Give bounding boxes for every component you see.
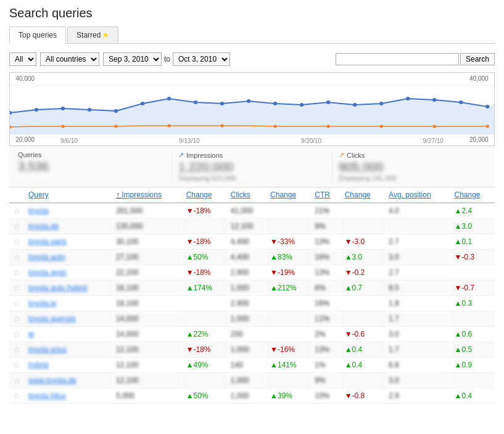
query-link[interactable]: toyota.ie	[28, 299, 56, 308]
controls-bar: All All countries Sep 3, 2010 to Oct 3, …	[9, 49, 495, 70]
query-link[interactable]: hybrid	[28, 361, 49, 369]
svg-point-25	[114, 125, 117, 128]
impressions-trend-icon: ↗	[178, 151, 184, 159]
filter-all-select[interactable]: All	[9, 52, 36, 66]
imp-change-cell	[183, 373, 227, 388]
ctr-change-cell	[341, 373, 385, 388]
impressions-cell: 5,000	[112, 388, 183, 404]
svg-point-19	[406, 97, 410, 100]
col-ctr-change[interactable]: Change	[341, 187, 385, 203]
position-cell: 8.5	[385, 280, 450, 296]
col-clk-change[interactable]: Change	[266, 187, 311, 203]
star-icon[interactable]: ☆	[13, 252, 21, 262]
clk-change-cell: ▲83%	[266, 250, 311, 265]
star-icon[interactable]: ☆	[13, 283, 21, 293]
ctr-change-cell: ▼-3.0	[341, 234, 385, 250]
clicks-cell: 1,000	[227, 342, 266, 358]
clicks-trend-icon: ↗	[339, 151, 344, 159]
star-icon[interactable]: ☆	[13, 391, 21, 401]
page-title: Search queries	[9, 6, 495, 20]
star-icon[interactable]: ☆	[13, 268, 21, 277]
svg-point-10	[167, 97, 171, 100]
ctr-change-cell: ▲0.7	[341, 280, 385, 296]
filter-country-select[interactable]: All countries	[40, 52, 99, 66]
imp-change-cell: ▲174%	[183, 280, 227, 296]
impressions-cell: 27,100	[112, 250, 183, 265]
query-link[interactable]: toyota auto	[28, 253, 65, 261]
position-cell: 2.9	[385, 388, 450, 404]
table-row: ☆www.toyota.de12,1001,0009%3.0	[9, 373, 495, 388]
star-icon[interactable]: ☆	[13, 314, 21, 324]
clk-change-cell	[266, 311, 311, 327]
star-icon[interactable]: ☆	[13, 345, 21, 354]
star-icon[interactable]: ☆	[13, 298, 21, 308]
ctr-change-cell	[341, 296, 385, 311]
star-icon[interactable]: ☆	[13, 360, 21, 370]
date-from-select[interactable]: Sep 3, 2010	[103, 52, 162, 66]
table-row: ☆toyota aygo22,200▼-18%2,900▼-19%13%▼-0.…	[9, 265, 495, 280]
search-button[interactable]: Search	[460, 53, 495, 65]
stat-queries: Queries 3,536	[12, 151, 172, 182]
query-link[interactable]: ie	[28, 330, 34, 338]
clicks-cell: 1,000	[227, 311, 266, 327]
col-ctr[interactable]: CTR	[311, 187, 341, 203]
query-link[interactable]: www.toyota.de	[28, 376, 76, 385]
queries-label: Queries	[18, 151, 42, 158]
ctr-change-cell	[341, 219, 385, 234]
impressions-cell: 201,000	[112, 203, 183, 219]
clicks-cell: 1,000	[227, 280, 266, 296]
svg-point-11	[194, 100, 197, 104]
tab-starred[interactable]: Starred ★	[67, 27, 118, 43]
clicks-cell: 4,400	[227, 250, 266, 265]
svg-point-29	[326, 125, 329, 128]
ctr-cell: 13%	[311, 342, 341, 358]
query-link[interactable]: toyota aygo	[28, 268, 67, 277]
pos-change-cell: ▼-0.7	[451, 280, 495, 296]
to-label: to	[164, 55, 170, 63]
query-link[interactable]: toyota hilux	[28, 391, 66, 400]
star-icon[interactable]: ☆	[13, 221, 21, 231]
svg-point-28	[273, 125, 276, 128]
col-pos-change[interactable]: Change	[451, 187, 495, 203]
clicks-cell: 2,900	[227, 265, 266, 280]
col-query[interactable]: Query	[25, 187, 112, 203]
col-imp-change[interactable]: Change	[183, 187, 227, 203]
pos-change-cell: ▼-0.3	[451, 250, 495, 265]
star-icon[interactable]: ☆	[13, 206, 21, 216]
imp-change-cell: ▲22%	[183, 327, 227, 342]
clk-change-cell: ▲141%	[266, 358, 311, 373]
star-icon[interactable]: ☆	[13, 329, 21, 339]
position-cell: 3.0	[385, 327, 450, 342]
tab-top-queries[interactable]: Top queries	[9, 27, 66, 44]
pos-change-cell	[451, 311, 495, 327]
ctr-change-cell: ▲3.0	[341, 250, 385, 265]
col-position[interactable]: Avg. position	[385, 187, 450, 203]
clicks-cell: 1,000	[227, 373, 266, 388]
query-link[interactable]: toyota	[28, 207, 49, 215]
col-impressions[interactable]: ↑ Impressions	[112, 187, 183, 203]
position-cell: 3.0	[385, 373, 450, 388]
query-link[interactable]: toyota auto hybrid	[28, 284, 87, 292]
position-cell: 6.8	[385, 358, 450, 373]
search-input[interactable]	[336, 53, 459, 65]
x-label-1: 9/6/10	[60, 137, 78, 144]
svg-point-16	[326, 100, 330, 104]
query-link[interactable]: toyota paris	[28, 237, 67, 246]
chart-container: 40,000 20,000	[9, 72, 495, 146]
date-to-select[interactable]: Oct 3, 2010	[173, 52, 230, 66]
impressions-label: Impressions	[186, 152, 223, 159]
position-cell: 4.0	[385, 203, 450, 219]
star-icon[interactable]: ☆	[13, 375, 21, 385]
col-clicks[interactable]: Clicks	[227, 187, 266, 203]
svg-point-6	[61, 107, 65, 110]
pos-change-cell	[451, 265, 495, 280]
query-link[interactable]: toyota.de	[28, 222, 59, 231]
ctr-cell: 11%	[311, 311, 341, 327]
query-link[interactable]: toyota avensis	[28, 314, 76, 323]
query-link[interactable]: toyota prius	[28, 345, 67, 354]
ctr-cell: 16%	[311, 296, 341, 311]
clk-change-cell: ▲39%	[266, 388, 311, 404]
star-icon[interactable]: ☆	[13, 237, 21, 247]
table-row: ☆toyota auto hybrid18,100▲174%1,000▲212%…	[9, 280, 495, 296]
col-star	[9, 187, 25, 203]
